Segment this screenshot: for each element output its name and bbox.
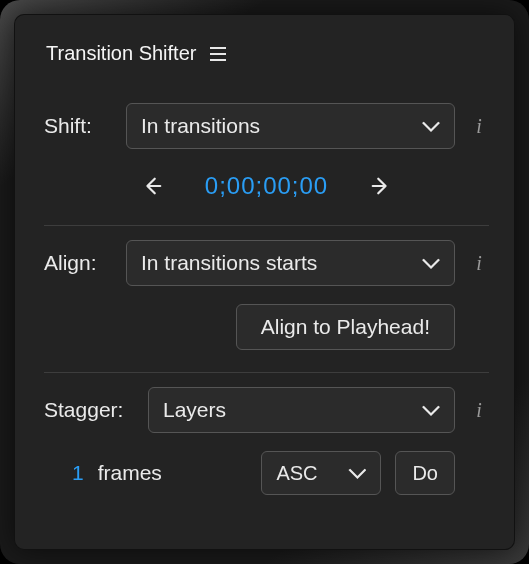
align-to-playhead-button[interactable]: Align to Playhead! [236, 304, 455, 350]
stagger-select[interactable]: Layers [148, 387, 455, 433]
align-label: Align: [44, 251, 112, 275]
stagger-label: Stagger: [44, 398, 134, 422]
shift-label: Shift: [44, 114, 112, 138]
chevron-down-icon [422, 120, 440, 132]
align-button-row: Align to Playhead! [44, 304, 489, 350]
align-row: Align: In transitions starts i [44, 240, 489, 286]
shift-section: Shift: In transitions i 0;00;00;00 [44, 89, 489, 225]
arrow-right-icon [370, 175, 392, 197]
panel-frame: Transition Shifter Shift: In transitions… [0, 0, 529, 564]
timecode-row: 0;00;00;00 [44, 169, 489, 203]
panel-menu-icon[interactable] [210, 47, 226, 61]
stagger-do-label: Do [412, 462, 438, 485]
info-icon[interactable]: i [469, 116, 489, 136]
shift-select[interactable]: In transitions [126, 103, 455, 149]
shift-select-value: In transitions [141, 114, 260, 138]
chevron-down-icon [422, 257, 440, 269]
stagger-select-value: Layers [163, 398, 226, 422]
info-icon[interactable]: i [469, 400, 489, 420]
stagger-unit: frames [98, 461, 162, 485]
align-select[interactable]: In transitions starts [126, 240, 455, 286]
shift-timecode[interactable]: 0;00;00;00 [205, 172, 328, 200]
stagger-do-button[interactable]: Do [395, 451, 455, 495]
stagger-row: Stagger: Layers i [44, 387, 489, 433]
stagger-section: Stagger: Layers i 1 frames ASC Do [44, 373, 489, 503]
chevron-down-icon [348, 467, 366, 479]
transition-shifter-panel: Transition Shifter Shift: In transitions… [14, 14, 515, 550]
panel-header: Transition Shifter [44, 42, 489, 65]
stagger-order-value: ASC [276, 462, 317, 485]
stagger-count[interactable]: 1 [48, 461, 84, 485]
info-icon[interactable]: i [469, 253, 489, 273]
align-section: Align: In transitions starts i Align to … [44, 226, 489, 372]
stagger-controls: 1 frames ASC Do [44, 451, 489, 495]
chevron-down-icon [422, 404, 440, 416]
shift-prev-button[interactable] [135, 169, 169, 203]
align-button-label: Align to Playhead! [261, 315, 430, 339]
shift-row: Shift: In transitions i [44, 103, 489, 149]
shift-next-button[interactable] [364, 169, 398, 203]
align-select-value: In transitions starts [141, 251, 317, 275]
arrow-left-icon [141, 175, 163, 197]
stagger-order-select[interactable]: ASC [261, 451, 381, 495]
panel-title: Transition Shifter [46, 42, 196, 65]
